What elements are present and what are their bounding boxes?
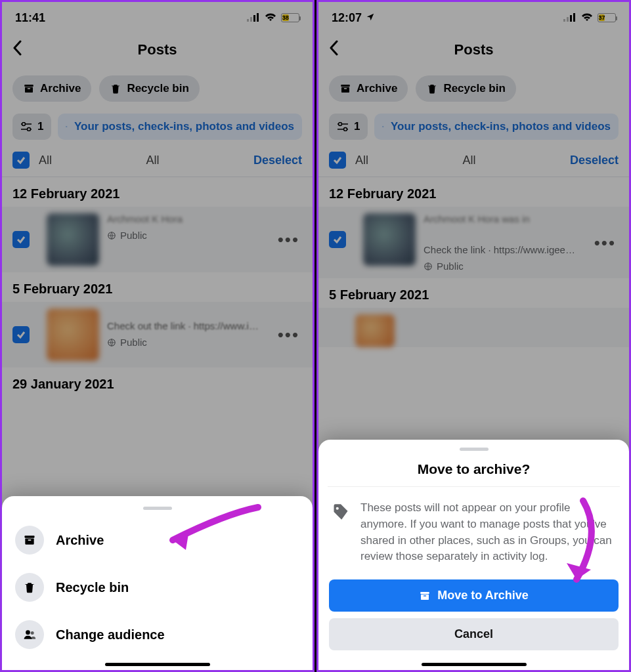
svg-rect-3	[257, 13, 259, 22]
status-time: 11:41	[15, 11, 45, 25]
select-mid-label: All	[52, 154, 253, 167]
post-row[interactable]: Check out the link · https://www.i… Publ…	[2, 302, 313, 368]
archive-icon	[339, 83, 351, 94]
globe-icon	[424, 262, 433, 271]
globe-icon	[107, 231, 116, 240]
svg-point-10	[28, 128, 31, 131]
archive-icon	[15, 526, 44, 555]
date-header: 29 January 2021	[2, 368, 313, 397]
sheet-audience-item[interactable]: Change audience	[2, 611, 313, 658]
screenshot-left: 11:41 38 Posts Archive	[0, 0, 315, 672]
svg-rect-6	[28, 88, 31, 89]
screenshot-right: 12:07 37 Posts	[316, 0, 631, 672]
svg-rect-26	[344, 88, 347, 89]
svg-rect-22	[570, 15, 572, 22]
post-thumbnail	[363, 213, 416, 266]
more-icon[interactable]: •••	[278, 230, 299, 250]
cancel-button[interactable]: Cancel	[329, 618, 619, 650]
back-icon[interactable]	[12, 39, 22, 60]
select-all-label: All	[355, 154, 368, 167]
svg-rect-36	[421, 594, 429, 599]
trash-icon	[426, 83, 438, 94]
post-checkbox[interactable]	[12, 231, 30, 248]
post-row[interactable]: Archmoot K Hora was in Check the link · …	[318, 207, 629, 278]
status-bar: 11:41 38	[2, 2, 313, 33]
wifi-icon	[580, 11, 594, 25]
annotation-arrow	[537, 494, 609, 599]
date-header: 5 February 2021	[318, 278, 629, 308]
sliders-icon	[20, 122, 32, 131]
wifi-icon	[264, 11, 277, 25]
post-snippet: Check the link · https://www.igee…	[424, 244, 619, 255]
close-icon[interactable]	[382, 121, 384, 132]
filter-banner[interactable]: Your posts, check-ins, photos and videos	[374, 114, 619, 140]
svg-point-27	[339, 123, 342, 126]
deselect-button[interactable]: Deselect	[253, 154, 302, 167]
archive-icon	[23, 83, 35, 94]
post-thumbnail	[47, 213, 99, 266]
status-bar: 12:07 37	[318, 2, 629, 33]
filter-count-chip[interactable]: 1	[12, 114, 51, 140]
sheet-recycle-item[interactable]: Recycle bin	[2, 564, 313, 611]
svg-rect-5	[25, 87, 33, 93]
select-row: All All Deselect	[318, 148, 629, 177]
annotation-arrow	[153, 501, 271, 566]
svg-rect-35	[421, 592, 430, 594]
select-row: All All Deselect	[2, 148, 313, 177]
audience-icon	[15, 620, 44, 649]
location-icon	[366, 11, 375, 25]
svg-rect-4	[24, 85, 33, 87]
post-thumbnail	[47, 308, 99, 361]
post-row[interactable]: Archmoot K Hora Public •••	[2, 207, 313, 272]
select-mid-label: All	[368, 154, 570, 167]
filter-row: 1 Your posts, check-ins, photos and vide…	[2, 111, 313, 148]
more-icon[interactable]: •••	[278, 325, 299, 345]
post-thumbnail	[355, 314, 395, 347]
sliders-icon	[337, 122, 349, 131]
date-header: 12 February 2021	[318, 177, 629, 207]
post-author: Archmoot K Hora	[107, 213, 302, 224]
post-checkbox[interactable]	[12, 326, 30, 343]
svg-point-7	[22, 123, 26, 126]
deselect-button[interactable]: Deselect	[570, 154, 619, 167]
page-title: Posts	[138, 41, 177, 58]
date-header: 5 February 2021	[2, 272, 313, 302]
sheet-grabber[interactable]	[460, 448, 489, 451]
trash-icon	[15, 573, 44, 602]
svg-rect-1	[250, 17, 252, 22]
filter-count-chip[interactable]: 1	[329, 114, 368, 140]
archive-chip[interactable]: Archive	[12, 75, 91, 102]
svg-rect-0	[247, 19, 249, 22]
svg-point-34	[336, 507, 339, 510]
more-icon[interactable]: •••	[594, 232, 616, 253]
recycle-chip[interactable]: Recycle bin	[99, 75, 200, 102]
post-privacy: Public	[107, 337, 302, 348]
back-icon[interactable]	[329, 39, 338, 60]
svg-point-18	[26, 630, 30, 635]
svg-point-30	[344, 128, 347, 131]
post-snippet: Check out the link · https://www.i…	[107, 320, 302, 331]
svg-rect-37	[424, 595, 427, 597]
filter-chips: Archive Recycle bin	[2, 66, 313, 111]
recycle-chip[interactable]: Recycle bin	[416, 75, 516, 102]
trash-icon	[110, 83, 121, 94]
page-header: Posts	[318, 33, 629, 66]
date-header: 12 February 2021	[2, 177, 313, 207]
filter-banner[interactable]: Your posts, check-ins, photos and videos	[58, 114, 302, 140]
post-row-partial[interactable]	[318, 308, 629, 347]
svg-rect-16	[25, 539, 33, 545]
select-all-checkbox[interactable]	[329, 152, 346, 169]
svg-rect-23	[573, 13, 575, 22]
svg-rect-17	[28, 539, 32, 541]
post-privacy: Public	[424, 261, 619, 272]
home-indicator[interactable]	[105, 663, 210, 666]
home-indicator[interactable]	[422, 663, 527, 666]
post-checkbox[interactable]	[329, 231, 346, 248]
post-author: Archmoot K Hora was in	[424, 213, 619, 224]
close-icon[interactable]	[66, 121, 68, 132]
select-all-checkbox[interactable]	[12, 152, 30, 169]
archive-chip[interactable]: Archive	[329, 75, 408, 102]
svg-rect-2	[253, 15, 255, 22]
globe-icon	[107, 338, 116, 347]
page-title: Posts	[454, 41, 494, 58]
